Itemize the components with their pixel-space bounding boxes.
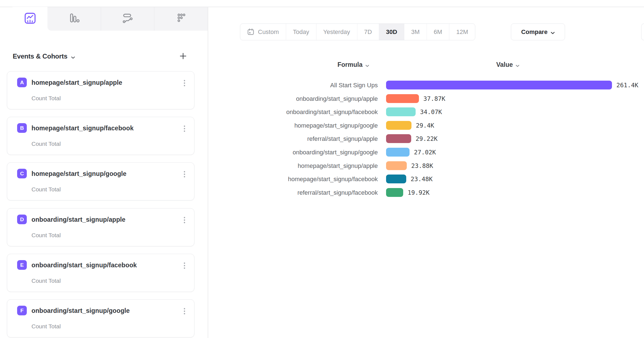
event-options-kebab[interactable]: [179, 260, 190, 273]
event-options-kebab[interactable]: [179, 215, 190, 227]
tab-retention[interactable]: [154, 7, 208, 31]
tab-flow[interactable]: [101, 7, 154, 31]
row-value: 34.07K: [420, 107, 442, 116]
range-yesterday[interactable]: Yesterday: [316, 24, 357, 40]
row-label: All Start Sign Ups: [235, 81, 378, 89]
event-letter-badge: B: [17, 123, 27, 133]
event-letter-badge: F: [17, 306, 27, 315]
range-7d[interactable]: 7D: [357, 24, 379, 40]
event-card-list: Ahomepage/start_signup/appleCount TotalB…: [7, 71, 195, 338]
clipped-edge-button[interactable]: [641, 23, 644, 40]
event-options-kebab[interactable]: [179, 169, 190, 181]
value-label: Value: [496, 61, 513, 68]
event-metric: Count Total: [31, 141, 61, 147]
range-label: 12M: [456, 28, 468, 36]
chevron-down-icon[interactable]: [71, 53, 75, 60]
event-metric: Count Total: [31, 232, 61, 239]
flow-icon: [122, 12, 133, 25]
range-label: 6M: [434, 28, 442, 36]
event-name: homepage/start_signup/facebook: [31, 125, 134, 132]
sidebar-divider: [208, 7, 208, 338]
event-name: homepage/start_signup/google: [31, 170, 126, 178]
range-12m[interactable]: 12M: [449, 24, 475, 40]
value-column-header[interactable]: Value: [496, 60, 519, 69]
event-card[interactable]: Donboarding/start_signup/appleCount Tota…: [7, 208, 194, 246]
event-letter-badge: C: [17, 169, 27, 178]
range-custom[interactable]: Custom: [240, 24, 286, 40]
line-chart-icon: [24, 12, 36, 25]
event-letter-badge: D: [17, 215, 27, 224]
event-name: onboarding/start_signup/google: [31, 307, 130, 315]
row-label: homepage/start_signup/apple: [235, 161, 378, 170]
row-value: 37.87K: [423, 94, 445, 103]
chart-type-tabs: [47, 7, 208, 31]
range-label: 3M: [411, 28, 420, 36]
row-label: onboarding/start_signup/apple: [235, 94, 378, 103]
row-label: referral/start_signup/apple: [235, 134, 378, 143]
event-letter-badge: A: [17, 78, 27, 87]
row-label: homepage/start_signup/google: [235, 121, 378, 130]
row-label: onboarding/start_signup/google: [235, 148, 378, 157]
tab-bar-chart[interactable]: [47, 7, 101, 31]
tab-insights[interactable]: [12, 7, 47, 30]
event-options-kebab[interactable]: [179, 123, 190, 136]
range-label: Today: [293, 28, 309, 36]
compare-button[interactable]: Compare: [511, 23, 565, 40]
range-today[interactable]: Today: [286, 24, 316, 40]
event-metric: Count Total: [31, 95, 61, 102]
chevron-down-icon: [551, 29, 555, 36]
row-value: 261.4K: [616, 81, 638, 89]
row-value: 23.88K: [411, 161, 433, 170]
event-options-kebab[interactable]: [179, 306, 190, 318]
range-label: 30D: [386, 28, 397, 36]
row-label: homepage/start_signup/facebook: [235, 175, 378, 183]
row-bar[interactable]: [386, 161, 407, 170]
event-card[interactable]: Bhomepage/start_signup/facebookCount Tot…: [7, 117, 194, 155]
event-metric: Count Total: [31, 278, 61, 284]
row-value: 23.48K: [411, 175, 432, 183]
row-value: 29.4K: [416, 121, 434, 130]
row-bar[interactable]: [386, 107, 416, 116]
event-name: homepage/start_signup/apple: [31, 79, 122, 86]
range-label: Custom: [258, 28, 279, 36]
row-label: referral/start_signup/facebook: [235, 188, 378, 197]
event-name: onboarding/start_signup/apple: [31, 216, 125, 223]
row-value: 19.92K: [408, 188, 429, 197]
retention-dots-icon: [175, 12, 187, 25]
range-label: Yesterday: [323, 28, 350, 36]
row-bar[interactable]: [386, 121, 411, 130]
compare-label: Compare: [521, 28, 547, 36]
row-value: 27.02K: [414, 148, 436, 157]
add-event-button[interactable]: [177, 50, 189, 62]
events-cohorts-title: Events & Cohorts: [13, 52, 67, 60]
event-metric: Count Total: [31, 323, 61, 330]
event-card[interactable]: Ahomepage/start_signup/appleCount Total: [7, 71, 194, 109]
plus-icon: [179, 52, 188, 61]
event-name: onboarding/start_signup/facebook: [31, 262, 137, 269]
row-bar[interactable]: [386, 81, 612, 89]
row-label: onboarding/start_signup/facebook: [235, 107, 378, 116]
row-bar[interactable]: [386, 94, 419, 103]
chevron-down-icon: [365, 61, 369, 69]
range-6m[interactable]: 6M: [427, 24, 449, 40]
insights-report-page: { "tabs": { "active": "insights", "items…: [0, 0, 644, 338]
row-bar[interactable]: [386, 148, 410, 157]
bar-chart-icon: [68, 12, 80, 25]
events-cohorts-header: Events & Cohorts: [13, 52, 75, 60]
range-30d[interactable]: 30D: [379, 24, 404, 40]
formula-column-header[interactable]: Formula: [337, 60, 369, 69]
row-bar[interactable]: [386, 188, 403, 197]
event-options-kebab[interactable]: [179, 78, 190, 90]
row-bar[interactable]: [386, 175, 406, 183]
event-card[interactable]: Fonboarding/start_signup/googleCount Tot…: [7, 299, 194, 337]
chevron-down-icon: [516, 61, 519, 69]
range-3m[interactable]: 3M: [404, 24, 427, 40]
event-card[interactable]: Eonboarding/start_signup/facebookCount T…: [7, 254, 194, 292]
date-range-selector: CustomTodayYesterday7D30D3M6M12M: [240, 23, 475, 40]
event-letter-badge: E: [17, 260, 27, 270]
calendar-icon: [247, 28, 254, 36]
event-metric: Count Total: [31, 186, 61, 193]
formula-label: Formula: [337, 61, 363, 68]
event-card[interactable]: Chomepage/start_signup/googleCount Total: [7, 162, 194, 200]
row-bar[interactable]: [386, 134, 411, 143]
